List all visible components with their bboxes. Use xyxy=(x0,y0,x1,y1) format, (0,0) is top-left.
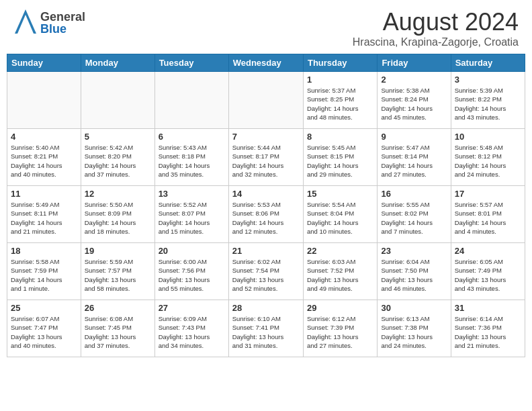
logo-icon xyxy=(13,8,38,35)
day-number: 19 xyxy=(85,246,151,256)
day-info: Sunrise: 6:08 AM Sunset: 7:45 PM Dayligh… xyxy=(85,314,151,350)
col-wednesday: Wednesday xyxy=(228,54,303,72)
day-number: 3 xyxy=(455,75,521,85)
main-title: August 2024 xyxy=(353,8,519,36)
table-row: 20Sunrise: 6:00 AM Sunset: 7:56 PM Dayli… xyxy=(154,243,228,300)
day-number: 10 xyxy=(455,132,521,142)
page-header: General Blue August 2024 Hrascina, Krapi… xyxy=(0,0,532,54)
table-row: 21Sunrise: 6:02 AM Sunset: 7:54 PM Dayli… xyxy=(228,243,303,300)
day-number: 11 xyxy=(11,189,77,199)
table-row: 12Sunrise: 5:50 AM Sunset: 8:09 PM Dayli… xyxy=(81,186,154,243)
table-row: 3Sunrise: 5:39 AM Sunset: 8:22 PM Daylig… xyxy=(451,72,525,129)
day-number: 23 xyxy=(381,246,447,256)
day-info: Sunrise: 5:40 AM Sunset: 8:21 PM Dayligh… xyxy=(11,143,77,179)
day-number: 24 xyxy=(455,246,521,256)
calendar-header-row: Sunday Monday Tuesday Wednesday Thursday… xyxy=(7,54,525,72)
day-number: 27 xyxy=(159,303,225,313)
table-row: 8Sunrise: 5:45 AM Sunset: 8:15 PM Daylig… xyxy=(303,129,377,186)
day-info: Sunrise: 6:04 AM Sunset: 7:50 PM Dayligh… xyxy=(381,257,447,293)
day-number: 9 xyxy=(381,132,447,142)
table-row xyxy=(7,72,81,129)
day-number: 28 xyxy=(232,303,300,313)
day-info: Sunrise: 5:45 AM Sunset: 8:15 PM Dayligh… xyxy=(307,143,373,179)
table-row xyxy=(228,72,303,129)
day-info: Sunrise: 6:14 AM Sunset: 7:36 PM Dayligh… xyxy=(455,314,521,350)
calendar-table: Sunday Monday Tuesday Wednesday Thursday… xyxy=(7,54,525,357)
day-number: 14 xyxy=(232,189,300,199)
day-info: Sunrise: 5:52 AM Sunset: 8:07 PM Dayligh… xyxy=(159,200,225,236)
day-info: Sunrise: 6:00 AM Sunset: 7:56 PM Dayligh… xyxy=(159,257,225,293)
table-row: 19Sunrise: 5:59 AM Sunset: 7:57 PM Dayli… xyxy=(81,243,154,300)
day-number: 17 xyxy=(455,189,521,199)
table-row: 27Sunrise: 6:09 AM Sunset: 7:43 PM Dayli… xyxy=(154,300,228,357)
title-section: August 2024 Hrascina, Krapina-Zagorje, C… xyxy=(353,8,519,48)
day-number: 26 xyxy=(85,303,151,313)
day-info: Sunrise: 5:37 AM Sunset: 8:25 PM Dayligh… xyxy=(307,86,373,122)
table-row: 10Sunrise: 5:48 AM Sunset: 8:12 PM Dayli… xyxy=(451,129,525,186)
table-row: 14Sunrise: 5:53 AM Sunset: 8:06 PM Dayli… xyxy=(228,186,303,243)
calendar-row: 18Sunrise: 5:58 AM Sunset: 7:59 PM Dayli… xyxy=(7,243,525,300)
day-info: Sunrise: 5:59 AM Sunset: 7:57 PM Dayligh… xyxy=(85,257,151,293)
table-row: 30Sunrise: 6:13 AM Sunset: 7:38 PM Dayli… xyxy=(378,300,451,357)
day-number: 4 xyxy=(11,132,77,142)
table-row: 2Sunrise: 5:38 AM Sunset: 8:24 PM Daylig… xyxy=(378,72,451,129)
table-row: 15Sunrise: 5:54 AM Sunset: 8:04 PM Dayli… xyxy=(303,186,377,243)
table-row: 17Sunrise: 5:57 AM Sunset: 8:01 PM Dayli… xyxy=(451,186,525,243)
day-number: 1 xyxy=(307,75,373,85)
day-number: 5 xyxy=(85,132,151,142)
day-number: 13 xyxy=(159,189,225,199)
day-number: 31 xyxy=(455,303,521,313)
table-row: 23Sunrise: 6:04 AM Sunset: 7:50 PM Dayli… xyxy=(378,243,451,300)
day-number: 25 xyxy=(11,303,77,313)
day-number: 16 xyxy=(381,189,447,199)
table-row: 31Sunrise: 6:14 AM Sunset: 7:36 PM Dayli… xyxy=(451,300,525,357)
day-info: Sunrise: 6:05 AM Sunset: 7:49 PM Dayligh… xyxy=(455,257,521,293)
table-row: 4Sunrise: 5:40 AM Sunset: 8:21 PM Daylig… xyxy=(7,129,81,186)
day-info: Sunrise: 5:53 AM Sunset: 8:06 PM Dayligh… xyxy=(232,200,300,236)
day-info: Sunrise: 5:50 AM Sunset: 8:09 PM Dayligh… xyxy=(85,200,151,236)
table-row: 1Sunrise: 5:37 AM Sunset: 8:25 PM Daylig… xyxy=(303,72,377,129)
logo: General Blue xyxy=(13,8,85,38)
table-row: 16Sunrise: 5:55 AM Sunset: 8:02 PM Dayli… xyxy=(378,186,451,243)
calendar-row: 11Sunrise: 5:49 AM Sunset: 8:11 PM Dayli… xyxy=(7,186,525,243)
table-row: 5Sunrise: 5:42 AM Sunset: 8:20 PM Daylig… xyxy=(81,129,154,186)
day-info: Sunrise: 5:54 AM Sunset: 8:04 PM Dayligh… xyxy=(307,200,373,236)
calendar-row: 1Sunrise: 5:37 AM Sunset: 8:25 PM Daylig… xyxy=(7,72,525,129)
day-info: Sunrise: 5:42 AM Sunset: 8:20 PM Dayligh… xyxy=(85,143,151,179)
calendar-row: 25Sunrise: 6:07 AM Sunset: 7:47 PM Dayli… xyxy=(7,300,525,357)
day-number: 20 xyxy=(159,246,225,256)
table-row xyxy=(81,72,154,129)
logo-blue-text: Blue xyxy=(40,23,85,35)
col-saturday: Saturday xyxy=(451,54,525,72)
col-friday: Friday xyxy=(378,54,451,72)
table-row: 13Sunrise: 5:52 AM Sunset: 8:07 PM Dayli… xyxy=(154,186,228,243)
day-info: Sunrise: 5:43 AM Sunset: 8:18 PM Dayligh… xyxy=(159,143,225,179)
table-row xyxy=(154,72,228,129)
table-row: 22Sunrise: 6:03 AM Sunset: 7:52 PM Dayli… xyxy=(303,243,377,300)
col-sunday: Sunday xyxy=(7,54,81,72)
col-thursday: Thursday xyxy=(303,54,377,72)
day-info: Sunrise: 6:13 AM Sunset: 7:38 PM Dayligh… xyxy=(381,314,447,350)
table-row: 11Sunrise: 5:49 AM Sunset: 8:11 PM Dayli… xyxy=(7,186,81,243)
day-number: 12 xyxy=(85,189,151,199)
day-info: Sunrise: 5:39 AM Sunset: 8:22 PM Dayligh… xyxy=(455,86,521,122)
subtitle: Hrascina, Krapina-Zagorje, Croatia xyxy=(353,36,519,48)
table-row: 6Sunrise: 5:43 AM Sunset: 8:18 PM Daylig… xyxy=(154,129,228,186)
day-number: 7 xyxy=(232,132,300,142)
day-number: 8 xyxy=(307,132,373,142)
day-info: Sunrise: 5:57 AM Sunset: 8:01 PM Dayligh… xyxy=(455,200,521,236)
day-number: 29 xyxy=(307,303,373,313)
table-row: 24Sunrise: 6:05 AM Sunset: 7:49 PM Dayli… xyxy=(451,243,525,300)
table-row: 18Sunrise: 5:58 AM Sunset: 7:59 PM Dayli… xyxy=(7,243,81,300)
day-info: Sunrise: 5:38 AM Sunset: 8:24 PM Dayligh… xyxy=(381,86,447,122)
calendar-wrapper: Sunday Monday Tuesday Wednesday Thursday… xyxy=(0,54,532,364)
day-info: Sunrise: 6:09 AM Sunset: 7:43 PM Dayligh… xyxy=(159,314,225,350)
day-number: 30 xyxy=(381,303,447,313)
day-info: Sunrise: 6:10 AM Sunset: 7:41 PM Dayligh… xyxy=(232,314,300,350)
table-row: 29Sunrise: 6:12 AM Sunset: 7:39 PM Dayli… xyxy=(303,300,377,357)
day-info: Sunrise: 6:02 AM Sunset: 7:54 PM Dayligh… xyxy=(232,257,300,293)
col-tuesday: Tuesday xyxy=(154,54,228,72)
table-row: 28Sunrise: 6:10 AM Sunset: 7:41 PM Dayli… xyxy=(228,300,303,357)
day-number: 6 xyxy=(159,132,225,142)
table-row: 7Sunrise: 5:44 AM Sunset: 8:17 PM Daylig… xyxy=(228,129,303,186)
